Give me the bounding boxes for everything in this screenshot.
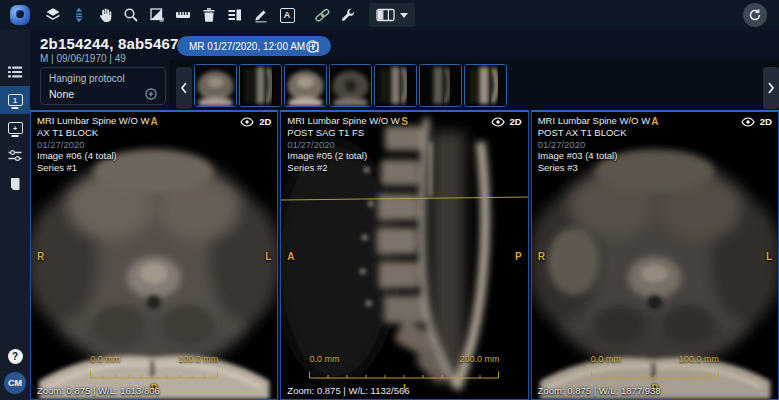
series-date: 01/27/2020 — [287, 139, 399, 151]
ruler-bar — [309, 371, 499, 379]
viewport-mode-toggle[interactable]: 2D — [491, 116, 522, 127]
viewport-1[interactable]: MRI Lumbar Spine W/O W AX T1 BLOCK 01/27… — [30, 110, 278, 400]
stack-scroll-icon — [71, 7, 87, 23]
image-info: Image #06 (4 total) — [37, 150, 149, 162]
zoom-tool-button[interactable] — [118, 2, 144, 28]
magnifier-icon — [123, 7, 139, 23]
contrast-icon — [149, 7, 165, 23]
help-button[interactable]: ? — [8, 349, 23, 364]
thumbnail-scroll-left-button[interactable] — [176, 67, 192, 109]
viewport-status: Zoom: 0.875 | W/L: 1613/806 — [37, 385, 160, 396]
layers-tool-button[interactable] — [40, 2, 66, 28]
thumbnail-image — [330, 65, 371, 106]
viewport-status: Zoom: 0.875 | W/L: 1132/566 — [287, 385, 409, 396]
series-date: 01/27/2020 — [538, 139, 650, 151]
mode-label: 2D — [510, 116, 522, 127]
letter-a-icon: A — [280, 8, 295, 23]
monitor-1-icon: 1 — [8, 94, 23, 106]
viewport-overlay-info: MRI Lumbar Spine W/O W POST SAG T1 FS 01… — [287, 115, 399, 174]
thumbnail-5[interactable] — [374, 64, 417, 107]
layers-icon — [45, 7, 61, 23]
thumbnail-2[interactable] — [239, 64, 282, 107]
mode-label: 2D — [760, 116, 772, 127]
refresh-button[interactable] — [743, 3, 767, 27]
link-icon — [314, 7, 331, 23]
eye-icon — [240, 117, 254, 127]
thumbnail-7[interactable] — [464, 64, 507, 107]
monitor-plus-icon: + — [8, 122, 23, 134]
annotate-tool-button[interactable] — [248, 2, 274, 28]
thumbnail-4[interactable] — [329, 64, 372, 107]
eye-icon — [491, 117, 505, 127]
plus-circle-icon — [306, 40, 319, 53]
viewport-grid: MRI Lumbar Spine W/O W AX T1 BLOCK 01/27… — [30, 110, 779, 400]
hanging-protocol-box[interactable]: Hanging protocol None — [40, 67, 166, 105]
image-info: Image #03 (4 total) — [538, 150, 650, 162]
notes-panel-button[interactable] — [0, 170, 30, 198]
text-annotation-tool-button[interactable]: A — [274, 2, 300, 28]
orientation-marker-left: A — [287, 250, 294, 261]
thumbnail-image — [240, 65, 281, 106]
viewport-overlay-info: MRI Lumbar Spine W/O W AX T1 BLOCK 01/27… — [37, 115, 149, 174]
viewport-2[interactable]: MRI Lumbar Spine W/O W POST SAG T1 FS 01… — [280, 110, 528, 400]
eye-icon — [741, 117, 755, 127]
viewport-mode-toggle[interactable]: 2D — [741, 116, 772, 127]
ruler-end-label: 100.0 mm — [178, 354, 218, 364]
stack-scroll-tool-button[interactable] — [66, 2, 92, 28]
series-info: Series #1 — [37, 162, 149, 174]
more-tools-button[interactable] — [335, 2, 361, 28]
patient-name: 2b154244, 8ab54674 — [40, 35, 187, 52]
user-avatar[interactable]: CM — [4, 372, 26, 394]
settings-panel-button[interactable] — [0, 142, 30, 170]
thumbnail-3[interactable] — [284, 64, 327, 107]
series-panel-tool-button[interactable] — [222, 2, 248, 28]
ruler-icon — [175, 7, 191, 23]
orientation-marker-right: P — [515, 250, 522, 261]
pan-tool-button[interactable] — [92, 2, 118, 28]
ruler-bar — [90, 371, 218, 379]
thumbnail-6[interactable] — [419, 64, 462, 107]
side-panel-icon — [227, 7, 243, 23]
measure-tool-button[interactable] — [170, 2, 196, 28]
series-title: MRI Lumbar Spine W/O W — [538, 115, 650, 127]
sidebar-bottom: ? CM — [0, 349, 30, 394]
delete-tool-button[interactable] — [196, 2, 222, 28]
thumbnail-scroll-right-button[interactable] — [763, 67, 779, 109]
series-subtitle: AX T1 BLOCK — [37, 127, 149, 139]
tool-buttons: A — [40, 2, 415, 28]
series-info: Series #3 — [538, 162, 650, 174]
viewport-mode-toggle[interactable]: 2D — [240, 116, 271, 127]
studies-list-button[interactable] — [0, 58, 30, 86]
viewport-3[interactable]: MRI Lumbar Spine W/O W POST AX T1 BLOCK … — [531, 110, 779, 400]
scale-ruler: 0.0 mm 200.0 mm — [309, 354, 499, 383]
orientation-marker-left: R — [37, 250, 44, 261]
series-date: 01/27/2020 — [37, 139, 149, 151]
ruler-bar — [591, 371, 719, 379]
study-header: 2b154244, 8ab54674 M | 09/06/1970 | 49 M… — [30, 30, 779, 110]
series-info: Series #2 — [287, 162, 399, 174]
thumbnail-1[interactable] — [194, 64, 237, 107]
protocol-info-icon[interactable] — [145, 88, 157, 100]
layout-select-button[interactable] — [369, 3, 415, 27]
image-info: Image #05 (2 total) — [287, 150, 399, 162]
orientation-marker-right: L — [766, 250, 772, 261]
patient-demographics: M | 09/06/1970 | 49 — [40, 53, 126, 64]
add-study-button[interactable] — [306, 39, 319, 57]
thumbnail-image — [285, 65, 326, 106]
add-viewport-panel-button[interactable]: + — [0, 114, 30, 142]
ruler-end-label: 100.0 mm — [679, 354, 719, 364]
caret-down-icon — [400, 13, 408, 18]
ruler-start-label: 0.0 mm — [309, 354, 339, 364]
orientation-marker-right: L — [265, 250, 271, 261]
viewport-1-panel-button[interactable]: 1 — [0, 86, 30, 114]
refresh-icon — [748, 8, 762, 22]
wrench-icon — [340, 7, 356, 23]
hand-icon — [97, 7, 113, 23]
window-level-tool-button[interactable] — [144, 2, 170, 28]
scale-ruler: 0.0 mm 100.0 mm — [90, 354, 218, 383]
scale-ruler: 0.0 mm 100.0 mm — [591, 354, 719, 383]
list-icon — [7, 64, 23, 80]
trash-icon — [201, 7, 217, 23]
link-viewports-button[interactable] — [309, 2, 335, 28]
series-title: MRI Lumbar Spine W/O W — [287, 115, 399, 127]
